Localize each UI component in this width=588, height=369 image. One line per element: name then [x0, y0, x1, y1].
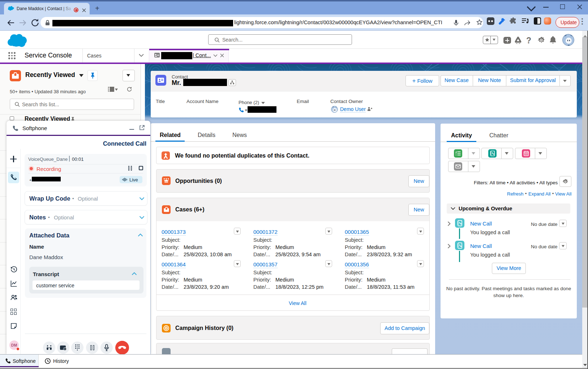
svg-text:i: i — [65, 348, 65, 350]
